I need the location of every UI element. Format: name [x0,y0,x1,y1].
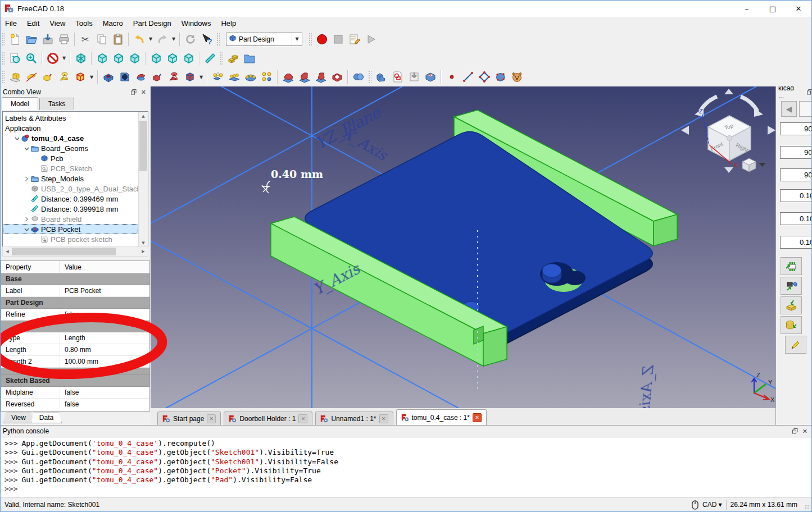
kicad-field-6[interactable]: 0.10 [780,236,812,249]
kicad-back-button[interactable]: ◀ [781,101,797,117]
3d-canvas[interactable]: YZ_Plane X_Axis Y_Axis Z_Axis 0.40 mm To [151,86,775,408]
nav-style-selector[interactable]: CAD▼ [702,501,722,509]
tab-model[interactable]: Model [2,97,38,110]
python-console-input[interactable]: >>>App.getDocument('tomu_0_4_case').reco… [0,437,812,497]
redo-dropdown[interactable]: ▼ [170,31,177,47]
panel-splitter[interactable] [0,257,151,260]
draw-style-button[interactable] [44,50,61,66]
additive-pipe-button[interactable] [39,69,56,85]
toolbar-drag-handle[interactable] [220,52,223,65]
float-panel-icon[interactable] [792,428,798,434]
draft-button[interactable] [312,69,329,85]
property-value[interactable]: 0.80 mm [60,346,91,354]
additive-loft-button[interactable] [56,69,72,85]
toolbar-drag-handle[interactable] [2,33,5,46]
groove-button[interactable] [133,69,149,85]
create-group-button[interactable] [241,50,257,66]
menu-edit[interactable]: Edit [22,18,44,29]
tree-item-application[interactable]: Application [3,123,138,133]
carbon-copy-button[interactable] [509,69,525,85]
property-value[interactable]: PCB Pocket [60,287,101,295]
3d-viewport[interactable]: YZ_Plane X_Axis Y_Axis Z_Axis 0.40 mm To [151,86,775,408]
float-panel-icon[interactable] [131,89,137,95]
property-value[interactable]: 100.00 mm [60,358,98,365]
left-view-button[interactable] [180,50,197,66]
mirrored-button[interactable] [210,69,226,85]
toolbar-drag-handle[interactable] [216,33,220,46]
kicad-field-2[interactable]: 90 [780,146,812,159]
chevron-down-icon[interactable] [24,227,30,232]
scroll-up-icon[interactable]: ▲ [139,112,148,120]
tab-view[interactable]: View [3,413,34,423]
fit-all-button[interactable] [7,50,23,66]
macro-record-button[interactable] [314,31,330,47]
menu-tools[interactable]: Tools [70,18,97,29]
property-row-type[interactable]: TypeLength [1,332,149,344]
boolean-button[interactable] [350,69,366,85]
chamfer-button[interactable] [296,69,312,85]
property-group-base[interactable]: Base [1,273,149,285]
kicad-field-4[interactable]: 0.10 [780,189,812,202]
menu-file[interactable]: File [0,18,22,29]
rear-view-button[interactable] [148,50,164,66]
macro-play-button[interactable] [362,31,379,47]
kicad-field-1[interactable]: 90 [780,122,812,135]
polar-pattern-button[interactable] [242,69,258,85]
tree-item-tomu-0-4-case[interactable]: tomu_0.4_case [3,133,138,143]
fillet-button[interactable] [280,69,296,85]
close-button[interactable]: ✕ [786,0,811,17]
top-view-button[interactable] [110,50,126,66]
close-tab-icon[interactable]: ✕ [298,414,307,423]
kicad-import-footprint-button[interactable] [781,257,802,275]
property-value[interactable]: Length [60,334,85,342]
chevron-right-icon[interactable] [24,217,30,222]
property-row-length[interactable]: Length0.80 mm [1,344,149,356]
print-button[interactable] [56,31,72,47]
tree-item-pcb-pocket-sketch[interactable]: PCB pocket sketch [3,234,138,244]
property-group-part-design[interactable]: Part Design [1,297,149,309]
nav-cube-corner-ball[interactable] [727,136,732,141]
scroll-down-icon[interactable]: ▼ [139,239,148,247]
menu-macro[interactable]: Macro [98,18,128,29]
thickness-button[interactable] [329,69,345,85]
float-panel-icon[interactable] [807,89,812,95]
linear-pattern-button[interactable] [226,69,242,85]
macro-stop-button[interactable] [330,31,346,47]
maximize-button[interactable]: □ [760,0,786,17]
external-geometry-button[interactable] [492,69,509,85]
line-button[interactable] [460,69,476,85]
point-button[interactable] [443,69,460,85]
front-view-button[interactable] [94,50,110,66]
tab-tasks[interactable]: Tasks [39,98,75,110]
create-sketch-button[interactable] [389,69,406,85]
scroll-left-icon[interactable]: ◀ [3,247,12,256]
additive-primitive-dropdown[interactable]: ▼ [88,69,95,85]
document-tab-unnamed1-1[interactable]: Unnamed1 : 1*✕ [315,412,393,425]
menu-view[interactable]: View [44,18,70,29]
minimize-button[interactable]: – [734,0,760,17]
close-panel-icon[interactable]: ✕ [141,89,146,95]
workbench-selector[interactable]: Part Design▼ [226,33,302,46]
map-sketch-button[interactable] [406,69,422,85]
kicad-field-3[interactable]: 90 [780,168,812,181]
kicad-export-board-button[interactable] [781,277,802,295]
close-tab-icon[interactable]: ✕ [207,414,216,423]
toolbar-drag-handle[interactable] [309,33,312,46]
document-tab-start-page[interactable]: Start page✕ [157,412,221,425]
toolbar-drag-handle[interactable] [368,70,371,84]
create-part-button[interactable] [225,50,241,66]
cut-button[interactable]: ✂ [77,31,93,47]
property-group-hidden[interactable] [1,321,149,332]
subtractive-pipe-button[interactable] [149,69,165,85]
kicad-edit-button[interactable] [785,336,806,354]
property-row-length-2[interactable]: Length 2100.00 mm [1,356,149,368]
kicad-aux-button[interactable] [799,101,812,117]
chevron-down-icon[interactable]: ▼ [292,33,302,45]
subtractive-loft-button[interactable] [165,69,182,85]
subtractive-primitive-dropdown[interactable]: ▼ [198,69,205,85]
tree-item-pcb[interactable]: Pcb [3,153,138,163]
scroll-right-icon[interactable]: ▶ [139,247,148,256]
tree-item-usb-2-0-type-a-dual-stacked-jac[interactable]: USB_2_0_type_A_Dual_Stacked_jac [3,184,138,194]
create-body-button[interactable] [373,69,389,85]
copy-button[interactable] [93,31,110,47]
